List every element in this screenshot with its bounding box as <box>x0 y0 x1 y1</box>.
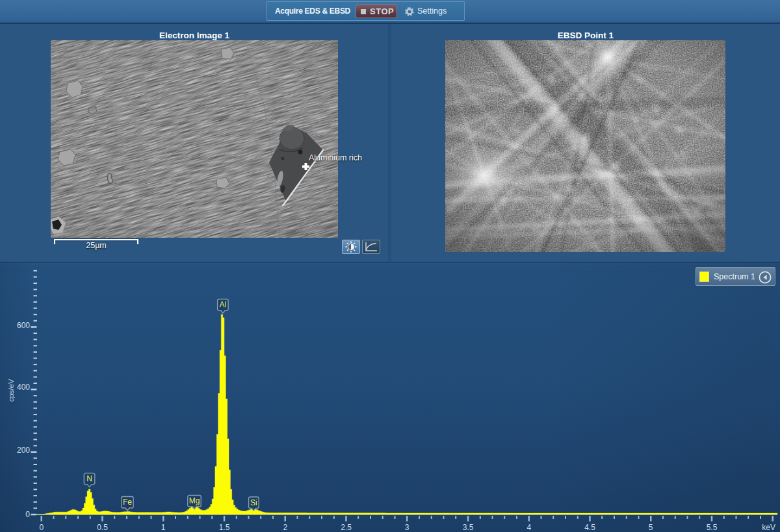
svg-text:0: 0 <box>25 510 30 519</box>
svg-text:0.5: 0.5 <box>97 523 108 532</box>
svg-text:0: 0 <box>39 523 44 532</box>
svg-text:4.5: 4.5 <box>584 523 595 532</box>
svg-text:1.5: 1.5 <box>219 523 230 532</box>
svg-text:1: 1 <box>161 523 166 532</box>
svg-text:Al: Al <box>219 300 226 309</box>
svg-text:400: 400 <box>17 383 30 392</box>
svg-text:2: 2 <box>283 523 287 532</box>
svg-text:Si: Si <box>250 498 257 507</box>
svg-text:N: N <box>86 474 92 483</box>
svg-text:Mg: Mg <box>189 496 200 505</box>
svg-text:Fe: Fe <box>123 498 132 507</box>
svg-text:5.5: 5.5 <box>707 523 718 532</box>
svg-text:cps/eV: cps/eV <box>7 379 15 401</box>
svg-text:600: 600 <box>17 321 30 330</box>
svg-text:4: 4 <box>526 523 531 532</box>
svg-text:2.5: 2.5 <box>341 523 352 532</box>
svg-text:3.5: 3.5 <box>463 523 474 532</box>
svg-text:5: 5 <box>649 523 653 532</box>
svg-text:3: 3 <box>405 523 410 532</box>
svg-text:keV: keV <box>762 523 775 532</box>
svg-text:200: 200 <box>17 446 30 455</box>
